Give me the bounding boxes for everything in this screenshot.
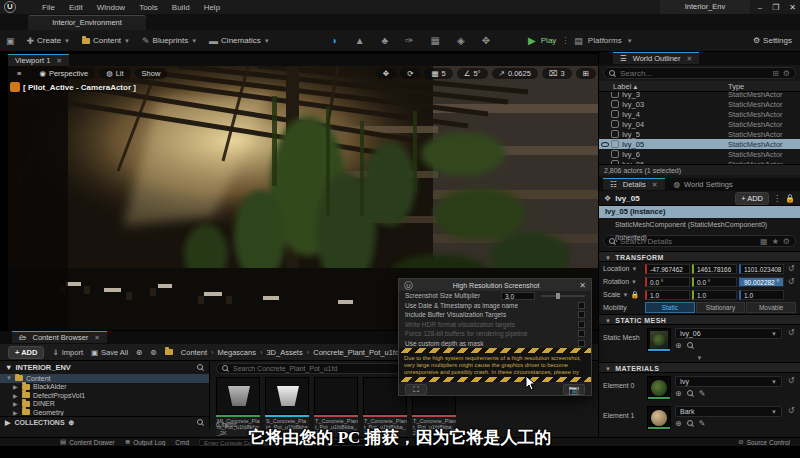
transform-value-z[interactable]: 1.0 — [739, 290, 784, 300]
component-row[interactable]: StaticMeshComponent (StaticMeshComponent… — [599, 218, 800, 231]
visibility-gutter[interactable] — [599, 140, 611, 149]
save-icon[interactable]: ▣ — [6, 36, 15, 46]
folder-plus-icon[interactable]: ⊞ — [772, 69, 779, 78]
cinematics-button[interactable]: ▬Cinematics▼ — [209, 36, 270, 46]
foliage-mode-icon[interactable]: ♣ — [382, 35, 389, 46]
expand-arrow-icon[interactable]: ▶ — [13, 409, 19, 416]
blueprint-options-icon[interactable]: ⋮ — [773, 194, 781, 203]
content-button[interactable]: Content▼ — [82, 36, 130, 46]
lock-icon[interactable]: 🔒 — [785, 194, 795, 203]
tab-interior-environment[interactable]: Interior_Environment — [28, 15, 146, 30]
rotate-tool-icon[interactable]: ⟳ — [400, 68, 420, 79]
browse-to-icon[interactable] — [687, 342, 694, 349]
transform-value-y[interactable]: 1.0 — [692, 290, 737, 300]
static-mesh-thumbnail[interactable] — [647, 328, 671, 352]
transform-value-x[interactable]: 0.0 ° — [645, 277, 690, 287]
material-thumbnail[interactable] — [647, 376, 671, 400]
expand-arrow-icon[interactable]: ▶ — [13, 400, 19, 407]
reset-icon[interactable]: ↺ — [786, 328, 796, 337]
view-mode-dropdown[interactable]: ◍Lit — [99, 68, 130, 79]
tab-content-browser[interactable]: 🗁Content Browser✕ — [12, 331, 107, 343]
expand-arrow-icon[interactable]: ▶ — [13, 392, 19, 399]
favorites-star-icon[interactable]: ★ — [772, 237, 779, 246]
transform-label[interactable]: Location ▼ — [603, 265, 643, 272]
search-icon[interactable] — [197, 364, 204, 371]
outliner-row[interactable]: Ivy_5StaticMeshActor — [599, 129, 800, 139]
menu-file[interactable]: File — [42, 3, 55, 12]
scale-snap-button[interactable]: ↗0.0625 — [492, 68, 538, 79]
rotation-snap-button[interactable]: ∠5° — [457, 68, 488, 79]
platforms-button[interactable]: Platforms — [588, 36, 622, 45]
option-checkbox[interactable] — [578, 302, 585, 309]
tab-viewport-1[interactable]: Viewport 1✕ — [8, 54, 69, 66]
close-icon[interactable]: ✕ — [579, 281, 586, 290]
reset-icon[interactable]: ↺ — [786, 376, 796, 385]
reset-icon[interactable]: ↺ — [786, 406, 796, 415]
close-icon[interactable]: ✕ — [56, 57, 62, 65]
back-button[interactable]: ⊛ — [136, 348, 142, 357]
reset-transform-icon[interactable]: ↺ — [786, 264, 796, 273]
viewport-options-button[interactable]: ≡ — [10, 68, 28, 79]
settings-button[interactable]: ⚙ Settings — [753, 36, 792, 45]
transform-value-z[interactable]: 90.002282 ° — [739, 277, 784, 287]
outliner-row[interactable]: Ivy_4StaticMeshActor — [599, 109, 800, 119]
slider-handle[interactable] — [556, 293, 560, 299]
tab-world-outliner[interactable]: ☰World Outliner✕ — [613, 52, 699, 64]
menu-edit[interactable]: Edit — [69, 3, 83, 12]
minimize-button[interactable]: – — [758, 3, 762, 12]
breadcrumb-0[interactable]: Content — [181, 348, 207, 357]
transform-section-header[interactable]: ▼TRANSFORM — [599, 251, 800, 262]
fracture-mode-icon[interactable]: ◈ — [457, 35, 465, 46]
transform-value-x[interactable]: -47.967462 — [645, 264, 690, 274]
close-icon[interactable]: ✕ — [652, 181, 658, 189]
mobility-stationary[interactable]: Stationary — [696, 302, 746, 313]
mesh-paint-mode-icon[interactable]: ▦ — [431, 35, 440, 46]
menu-help[interactable]: Help — [204, 3, 220, 12]
mobility-movable[interactable]: Movable — [746, 302, 796, 313]
browse-to-icon[interactable] — [687, 390, 694, 397]
option-checkbox[interactable] — [578, 311, 585, 318]
play-icon[interactable]: ▶ — [528, 35, 536, 46]
camera-speed-button[interactable]: ⌧3 — [542, 68, 572, 79]
transform-value-z[interactable]: 1101.023408 — [739, 264, 784, 274]
materials-section-header[interactable]: ▼MATERIALS — [599, 362, 800, 373]
mobility-static[interactable]: Static — [645, 302, 695, 313]
add-asset-button[interactable]: + ADD — [8, 346, 44, 359]
add-component-button[interactable]: + ADD — [735, 192, 769, 205]
label-column-header[interactable]: Label ▴ — [613, 82, 637, 91]
transform-label[interactable]: Rotation ▼ — [603, 278, 643, 285]
settings-gear-icon[interactable]: ⚙ — [783, 237, 790, 246]
material-combobox[interactable]: Ivy▼ — [675, 376, 782, 387]
outliner-row[interactable]: Ivy_6StaticMeshActor — [599, 149, 800, 159]
blueprints-button[interactable]: ✎Blueprints▼ — [142, 36, 197, 46]
dialog-title-bar[interactable]: U High Resolution Screenshot ✕ — [399, 279, 591, 291]
tab-world-settings[interactable]: ◍World Settings — [667, 178, 740, 191]
close-icon[interactable]: ✕ — [94, 334, 100, 342]
multiplier-value-input[interactable]: 3.0 — [501, 292, 535, 300]
outliner-row[interactable]: Ivy_3StaticMeshActor — [599, 92, 800, 99]
material-options-icon[interactable]: ✎ — [699, 389, 706, 398]
transform-label[interactable]: Scale ▼🔒 — [603, 291, 643, 299]
tab-details[interactable]: ☷Details✕ — [603, 178, 665, 190]
outliner-row[interactable]: Ivy_03StaticMeshActor — [599, 99, 800, 109]
show-dropdown[interactable]: Show — [135, 68, 168, 79]
translate-tool-icon[interactable]: ✥ — [376, 68, 396, 79]
outliner-row[interactable]: Ivy_04StaticMeshActor — [599, 119, 800, 129]
landscape-mode-icon[interactable]: ▲ — [355, 35, 365, 46]
close-icon[interactable]: ✕ — [687, 55, 693, 63]
expand-arrow-icon[interactable]: ▶ — [13, 383, 19, 390]
outliner-search-input[interactable]: Search... ⊞ ⚙ — [603, 67, 796, 79]
details-search-input[interactable]: Search Details ▦ ★ ⚙ — [603, 235, 796, 247]
grid-snap-button[interactable]: ▦5 — [424, 68, 452, 79]
brush-edit-mode-icon[interactable]: ✑ — [405, 35, 413, 46]
reset-transform-icon[interactable]: ↺ — [786, 277, 796, 286]
outliner-row[interactable]: Ivy_05StaticMeshActor — [599, 139, 800, 149]
lock-icon[interactable]: 🔒 — [630, 291, 639, 299]
expand-advanced-icon[interactable]: ▼ — [599, 355, 800, 362]
animation-mode-icon[interactable]: ✥ — [482, 35, 490, 46]
play-options-kebab-icon[interactable]: ⋮ — [561, 36, 569, 45]
tree-item-blackalder[interactable]: ▶BlackAlder — [0, 383, 209, 392]
transform-value-y[interactable]: 0.0 ° — [692, 277, 737, 287]
perspective-dropdown[interactable]: ◉Perspective — [32, 68, 95, 79]
pilot-camera-icon[interactable] — [10, 82, 20, 92]
